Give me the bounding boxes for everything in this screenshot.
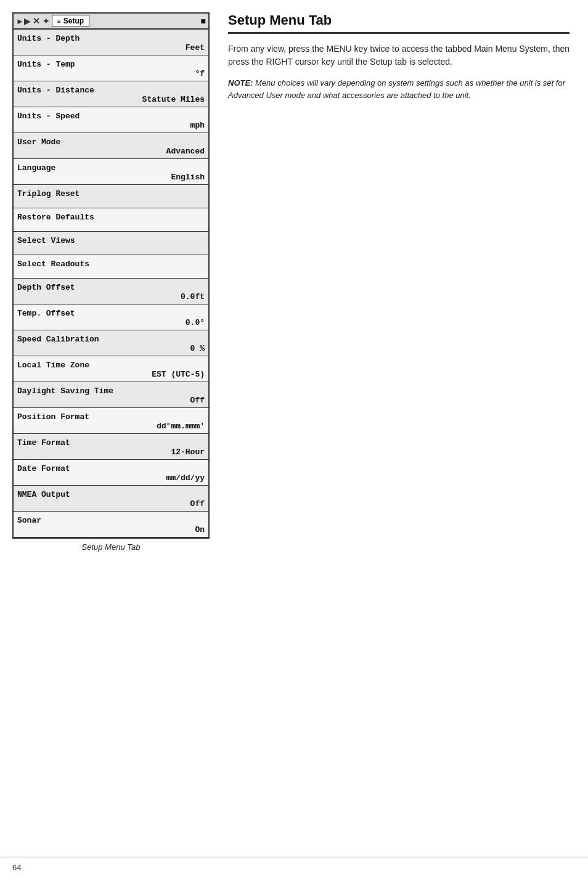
select-views-label: Select Views (17, 236, 75, 245)
user-mode-label: User Mode (17, 137, 60, 147)
left-panel-caption: Setup Menu Tab (12, 542, 210, 552)
menu-item-temp-offset[interactable]: Temp. Offset 0.0° (14, 304, 208, 330)
menu-item-sonar[interactable]: Sonar On (14, 512, 208, 537)
nmea-output-label: NMEA Output (17, 490, 70, 499)
tab-setup-active[interactable]: ≡ Setup (52, 15, 89, 27)
menu-item-date-format[interactable]: Date Format mm/dd/yy (14, 460, 208, 486)
tab-setup-icon: ≡ (57, 18, 61, 25)
right-panel: Setup Menu Tab From any view, press the … (222, 12, 576, 870)
tab-icon-x: ✕ (33, 16, 40, 26)
note-prefix: NOTE: (228, 78, 253, 88)
speed-calibration-label: Speed Calibration (17, 335, 99, 344)
menu-item-language[interactable]: Language English (14, 159, 208, 185)
menu-item-units-speed[interactable]: Units - Speed mph (14, 107, 208, 133)
tab-end-icon: ■ (201, 16, 206, 26)
daylight-saving-label: Daylight Saving Time (17, 386, 113, 396)
depth-offset-label: Depth Offset (17, 283, 75, 292)
triplog-reset-label: Triplog Reset (17, 189, 80, 198)
units-distance-value: Statute Miles (17, 95, 205, 104)
language-value: English (17, 173, 205, 182)
menu-items-list: Units - Depth Feet Units - Temp °f Units… (14, 30, 208, 537)
date-format-label: Date Format (17, 464, 70, 473)
left-menu-panel: ►▶ ✕ ✦ ≡ Setup ■ Units - Depth Feet Unit… (12, 12, 210, 539)
menu-item-select-readouts[interactable]: Select Readouts (14, 255, 208, 279)
select-readouts-label: Select Readouts (17, 259, 89, 269)
depth-offset-value: 0.0ft (17, 292, 205, 301)
menu-item-units-depth[interactable]: Units - Depth Feet (14, 30, 208, 55)
units-depth-label: Units - Depth (17, 34, 80, 43)
menu-item-time-format[interactable]: Time Format 12-Hour (14, 434, 208, 460)
sonar-label: Sonar (17, 516, 41, 525)
menu-item-select-views[interactable]: Select Views (14, 232, 208, 255)
menu-item-position-format[interactable]: Position Format dd°mm.mmm' (14, 408, 208, 434)
language-label: Language (17, 163, 55, 173)
menu-item-triplog-reset[interactable]: Triplog Reset (14, 185, 208, 208)
sonar-value: On (17, 525, 205, 534)
units-speed-value: mph (17, 121, 205, 130)
local-time-zone-label: Local Time Zone (17, 361, 89, 370)
time-format-value: 12-Hour (17, 447, 205, 457)
units-distance-label: Units - Distance (17, 86, 94, 95)
local-time-zone-value: EST (UTC-5) (17, 370, 205, 379)
user-mode-value: Advanced (17, 147, 205, 156)
page-bottom-rule (0, 857, 588, 857)
nmea-output-value: Off (17, 499, 205, 508)
menu-item-units-temp[interactable]: Units - Temp °f (14, 55, 208, 81)
units-temp-value: °f (17, 69, 205, 78)
note-body: Menu choices will vary depending on syst… (228, 78, 565, 100)
page-title: Setup Menu Tab (228, 12, 570, 34)
page-note: NOTE: Menu choices will vary depending o… (228, 77, 570, 101)
units-speed-label: Units - Speed (17, 112, 80, 121)
units-temp-label: Units - Temp (17, 60, 75, 69)
units-depth-value: Feet (17, 43, 205, 52)
page-number: 64 (12, 863, 21, 872)
menu-item-depth-offset[interactable]: Depth Offset 0.0ft (14, 279, 208, 304)
daylight-saving-value: Off (17, 396, 205, 405)
restore-defaults-label: Restore Defaults (17, 213, 94, 222)
speed-calibration-value: 0 % (17, 344, 205, 353)
tab-icon-fish: ►▶ (16, 17, 30, 26)
tab-icon-star: ✦ (43, 17, 49, 26)
menu-item-speed-calibration[interactable]: Speed Calibration 0 % (14, 330, 208, 356)
page-description: From any view, press the MENU key twice … (228, 43, 570, 68)
tab-setup-label: Setup (63, 17, 84, 25)
temp-offset-label: Temp. Offset (17, 309, 75, 318)
position-format-label: Position Format (17, 412, 89, 422)
menu-item-user-mode[interactable]: User Mode Advanced (14, 133, 208, 159)
menu-item-daylight-saving[interactable]: Daylight Saving Time Off (14, 382, 208, 408)
menu-item-local-time-zone[interactable]: Local Time Zone EST (UTC-5) (14, 356, 208, 382)
time-format-label: Time Format (17, 438, 70, 447)
menu-item-restore-defaults[interactable]: Restore Defaults (14, 208, 208, 232)
date-format-value: mm/dd/yy (17, 473, 205, 483)
tab-bar[interactable]: ►▶ ✕ ✦ ≡ Setup ■ (14, 14, 208, 30)
temp-offset-value: 0.0° (17, 318, 205, 327)
position-format-value: dd°mm.mmm' (17, 422, 205, 431)
menu-item-nmea-output[interactable]: NMEA Output Off (14, 486, 208, 512)
menu-item-units-distance[interactable]: Units - Distance Statute Miles (14, 81, 208, 107)
